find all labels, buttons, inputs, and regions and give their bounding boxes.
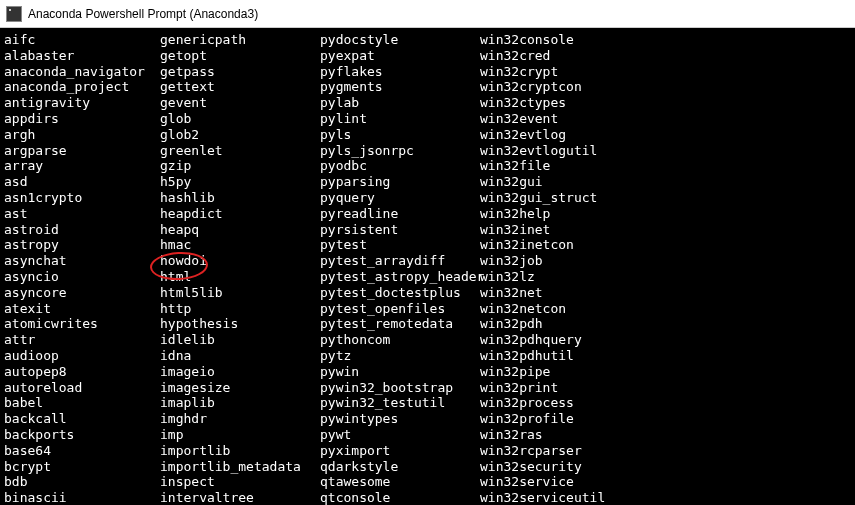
module-entry: asn1crypto xyxy=(4,190,160,206)
module-entry: pytz xyxy=(320,348,480,364)
module-entry: win32evtlog xyxy=(480,127,851,143)
module-entry: autopep8 xyxy=(4,364,160,380)
module-entry: anaconda_navigator xyxy=(4,64,160,80)
module-entry: hmac xyxy=(160,237,320,253)
module-entry: alabaster xyxy=(4,48,160,64)
module-entry: backcall xyxy=(4,411,160,427)
module-entry: imagesize xyxy=(160,380,320,396)
module-entry: pytest_openfiles xyxy=(320,301,480,317)
module-entry: win32ras xyxy=(480,427,851,443)
module-entry: pylint xyxy=(320,111,480,127)
module-entry: win32process xyxy=(480,395,851,411)
module-entry: appdirs xyxy=(4,111,160,127)
module-entry: aifc xyxy=(4,32,160,48)
module-entry: backports xyxy=(4,427,160,443)
module-entry: pywintypes xyxy=(320,411,480,427)
module-column-1: aifcalabasteranaconda_navigatoranaconda_… xyxy=(4,32,160,505)
module-entry: imaplib xyxy=(160,395,320,411)
module-entry: win32gui xyxy=(480,174,851,190)
module-entry: anaconda_project xyxy=(4,79,160,95)
module-entry: babel xyxy=(4,395,160,411)
module-entry: pygments xyxy=(320,79,480,95)
module-entry: qtawesome xyxy=(320,474,480,490)
module-column-4: win32consolewin32credwin32cryptwin32cryp… xyxy=(480,32,851,505)
terminal-icon xyxy=(6,6,22,22)
module-entry: idna xyxy=(160,348,320,364)
module-entry: howdoi xyxy=(160,253,320,269)
module-entry: base64 xyxy=(4,443,160,459)
module-entry: qtconsole xyxy=(320,490,480,505)
module-entry: win32netcon xyxy=(480,301,851,317)
module-entry: win32inetcon xyxy=(480,237,851,253)
module-entry: html xyxy=(160,269,320,285)
module-entry: hashlib xyxy=(160,190,320,206)
module-entry: atexit xyxy=(4,301,160,317)
module-list-columns: aifcalabasteranaconda_navigatoranaconda_… xyxy=(4,32,851,505)
module-entry: gzip xyxy=(160,158,320,174)
module-entry: antigravity xyxy=(4,95,160,111)
module-entry: pytest_arraydiff xyxy=(320,253,480,269)
module-entry: pyflakes xyxy=(320,64,480,80)
module-entry: win32inet xyxy=(480,222,851,238)
module-entry: autoreload xyxy=(4,380,160,396)
module-entry: win32file xyxy=(480,158,851,174)
module-entry: hypothesis xyxy=(160,316,320,332)
module-entry: win32console xyxy=(480,32,851,48)
window-title: Anaconda Powershell Prompt (Anaconda3) xyxy=(28,7,258,21)
module-entry: win32profile xyxy=(480,411,851,427)
module-entry: pytest_astropy_header xyxy=(320,269,480,285)
module-entry: win32gui_struct xyxy=(480,190,851,206)
module-entry: win32ctypes xyxy=(480,95,851,111)
module-entry: win32print xyxy=(480,380,851,396)
window-titlebar: Anaconda Powershell Prompt (Anaconda3) xyxy=(0,0,855,28)
module-entry: pyrsistent xyxy=(320,222,480,238)
module-entry: pyquery xyxy=(320,190,480,206)
module-entry: astropy xyxy=(4,237,160,253)
module-entry: win32net xyxy=(480,285,851,301)
module-entry: asynchat xyxy=(4,253,160,269)
module-entry: pyparsing xyxy=(320,174,480,190)
module-entry: win32event xyxy=(480,111,851,127)
module-entry: win32pdhutil xyxy=(480,348,851,364)
module-entry: inspect xyxy=(160,474,320,490)
module-entry: win32service xyxy=(480,474,851,490)
module-entry: html5lib xyxy=(160,285,320,301)
module-entry: pyexpat xyxy=(320,48,480,64)
module-entry: genericpath xyxy=(160,32,320,48)
module-entry: atomicwrites xyxy=(4,316,160,332)
module-entry: pywin xyxy=(320,364,480,380)
module-entry: astroid xyxy=(4,222,160,238)
module-entry: win32pipe xyxy=(480,364,851,380)
module-entry: win32crypt xyxy=(480,64,851,80)
module-entry: asyncio xyxy=(4,269,160,285)
module-entry: heapdict xyxy=(160,206,320,222)
module-entry: heapq xyxy=(160,222,320,238)
module-entry: pytest_remotedata xyxy=(320,316,480,332)
module-entry: win32pdh xyxy=(480,316,851,332)
terminal-output[interactable]: aifcalabasteranaconda_navigatoranaconda_… xyxy=(0,28,855,505)
module-entry: binascii xyxy=(4,490,160,505)
module-entry: win32lz xyxy=(480,269,851,285)
module-entry: getopt xyxy=(160,48,320,64)
module-entry: audioop xyxy=(4,348,160,364)
module-entry: win32pdhquery xyxy=(480,332,851,348)
module-entry: win32security xyxy=(480,459,851,475)
module-entry: gevent xyxy=(160,95,320,111)
module-entry: idlelib xyxy=(160,332,320,348)
module-entry: win32cred xyxy=(480,48,851,64)
module-entry: qdarkstyle xyxy=(320,459,480,475)
module-entry: win32rcparser xyxy=(480,443,851,459)
module-entry: pywt xyxy=(320,427,480,443)
module-entry: argh xyxy=(4,127,160,143)
module-entry: pywin32_testutil xyxy=(320,395,480,411)
module-column-2: genericpathgetoptgetpassgettextgeventglo… xyxy=(160,32,320,505)
module-entry: intervaltree xyxy=(160,490,320,505)
module-entry: attr xyxy=(4,332,160,348)
module-entry: pyls xyxy=(320,127,480,143)
module-entry: imp xyxy=(160,427,320,443)
module-entry: win32job xyxy=(480,253,851,269)
module-entry: win32serviceutil xyxy=(480,490,851,505)
module-entry: ast xyxy=(4,206,160,222)
module-entry: imageio xyxy=(160,364,320,380)
module-entry: importlib xyxy=(160,443,320,459)
